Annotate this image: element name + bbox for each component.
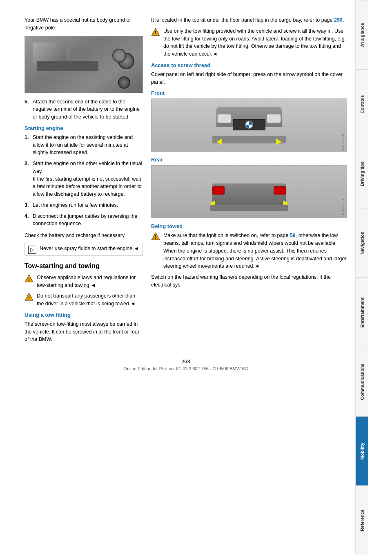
image-id-engine: J02S3YA1 xyxy=(137,75,141,92)
being-towed-warning-box: ! Make sure that the ignition is switche… xyxy=(151,232,347,270)
warning-tow-fitting: ! Use only the tow fitting provided with… xyxy=(151,27,347,58)
being-towed-heading: Being towed xyxy=(151,223,347,229)
sidebar-tab-driving-tips[interactable]: Driving tips xyxy=(356,139,368,208)
note-spray-fluids: ▷ Never use spray fluids to start the en… xyxy=(24,243,143,256)
using-tow-heading: Using a tow fitting xyxy=(24,312,143,318)
sidebar-tab-controls[interactable]: Controls xyxy=(356,69,368,139)
sidebar-tab-entertainment[interactable]: Entertainment xyxy=(356,278,368,347)
access-text: Cover panel on left and right side of bu… xyxy=(151,71,347,86)
svg-text:!: ! xyxy=(28,295,30,300)
starting-engine-heading: Starting engine xyxy=(24,125,143,131)
start-step-3: 3. Let the engines run for a few minutes… xyxy=(24,201,143,209)
footer-text: Online Edition for Part no. 01 41 2 602 … xyxy=(24,366,347,371)
note-text: Never use spray fluids to start the engi… xyxy=(40,245,139,254)
front-heading: Front xyxy=(151,90,347,96)
step-5: 5. Attach the second end of the cable to… xyxy=(24,98,143,121)
rear-heading: Rear xyxy=(151,157,347,163)
warning-no-passengers: ! Do not transport any passengers other … xyxy=(24,292,143,308)
start-step-1: 1. Start the engine on the assisting veh… xyxy=(24,134,143,157)
rear-car-image: H10255791 xyxy=(151,165,347,218)
being-towed-text: Make sure that the ignition is switched … xyxy=(163,232,347,270)
warning-text-1: Observe applicable laws and regulations … xyxy=(37,274,143,289)
switch-hazard-text: Switch on the hazard warning flashers de… xyxy=(151,273,347,289)
sidebar-tab-at-a-glance[interactable]: At a glance xyxy=(356,0,368,69)
page-number: 263 xyxy=(24,358,347,365)
warning-text-2: Do not transport any passengers other th… xyxy=(37,292,143,308)
check-battery-text: Check the battery and recharge if necess… xyxy=(24,232,143,239)
warning-tow-text: Use only the tow fitting provided with t… xyxy=(163,27,347,58)
right-intro: It is located in the toolkit under the f… xyxy=(151,16,347,24)
warning-tow-laws: ! Observe applicable laws and regulation… xyxy=(24,274,143,289)
start-step-4: 4. Disconnect the jumper cables by rever… xyxy=(24,213,143,228)
image-id-rear: H10255791 xyxy=(341,199,345,217)
warning-icon-4: ! xyxy=(151,232,160,241)
engine-bay-image: J02S3YA1 xyxy=(24,36,143,93)
warning-icon-1: ! xyxy=(24,274,33,283)
front-car-image: H10255791 xyxy=(151,98,347,152)
intro-text-left: Your BMW has a special nut as body groun… xyxy=(24,16,143,32)
using-tow-text: The screw-on tow-fitting must always be … xyxy=(24,320,143,343)
svg-text:!: ! xyxy=(28,277,30,282)
svg-text:!: ! xyxy=(155,30,156,35)
start-step-2: 2. Start the engine on the other vehicle… xyxy=(24,160,143,198)
page-footer: 263 Online Edition for Part no. 01 41 2 … xyxy=(24,355,347,371)
warning-icon-3: ! xyxy=(151,27,160,36)
sidebar-tab-mobility[interactable]: Mobility xyxy=(356,416,368,486)
sidebar: At a glance Controls Driving tips Naviga… xyxy=(355,0,368,555)
access-heading: Access to screw thread xyxy=(151,62,347,68)
tow-heading: Tow-starting and towing xyxy=(24,262,143,270)
sidebar-tab-navigation[interactable]: Navigation xyxy=(356,208,368,278)
sidebar-tab-reference[interactable]: Reference xyxy=(356,486,368,555)
warning-icon-2: ! xyxy=(24,292,33,301)
sidebar-tab-communications[interactable]: Communications xyxy=(356,347,368,416)
note-arrow-icon: ▷ xyxy=(28,246,36,254)
svg-text:!: ! xyxy=(155,235,156,239)
image-id-front: H10255791 xyxy=(341,132,345,150)
